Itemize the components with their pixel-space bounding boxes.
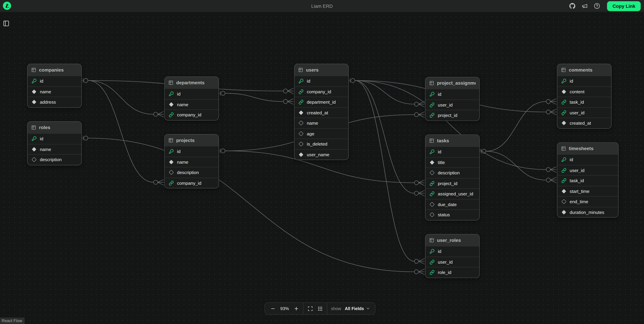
foreign-key-link-icon [562, 178, 566, 183]
column-row-project_assignments-id[interactable]: id [426, 89, 479, 99]
zoom-out-button[interactable] [270, 305, 276, 311]
column-name: name [177, 102, 188, 107]
table-node-project_assignments[interactable]: project_assignme...iduser_idproject_id [425, 77, 480, 121]
primary-key-icon [298, 79, 304, 84]
table-name: departments [176, 80, 204, 85]
table-node-companies[interactable]: companiesidnameaddress [27, 64, 82, 108]
column-row-tasks-description[interactable]: description [426, 168, 479, 178]
column-row-users-is_deleted[interactable]: is_deleted [294, 139, 348, 149]
column-row-timesheets-user_id[interactable]: user_id [557, 165, 618, 175]
column-row-projects-description[interactable]: description [165, 167, 218, 178]
foreign-key-link-icon [169, 112, 174, 117]
table-header[interactable]: user_roles [426, 234, 479, 246]
table-header[interactable]: roles [28, 122, 81, 133]
column-row-tasks-id[interactable]: id [426, 146, 479, 157]
column-row-tasks-assigned_user_id[interactable]: assigned_user_id [426, 189, 479, 199]
primary-key-icon [32, 79, 36, 84]
column-row-comments-task_id[interactable]: task_id [557, 97, 611, 107]
column-row-timesheets-id[interactable]: id [557, 154, 618, 165]
column-row-tasks-due_date[interactable]: due_date [426, 199, 479, 209]
column-row-projects-id[interactable]: id [165, 146, 218, 156]
column-row-roles-name[interactable]: name [28, 144, 81, 154]
column-row-comments-created_at[interactable]: created_at [557, 117, 611, 128]
table-header[interactable]: tasks [426, 135, 479, 146]
column-name: user_id [570, 168, 584, 173]
column-row-departments-id[interactable]: id [165, 88, 218, 99]
table-header[interactable]: departments [165, 77, 218, 88]
column-row-timesheets-start_time[interactable]: start_time [557, 186, 618, 196]
column-name: description [40, 157, 62, 162]
column-row-departments-company_id[interactable]: company_id [165, 109, 218, 120]
column-row-timesheets-duration_minutes[interactable]: duration_minutes [557, 207, 618, 217]
column-name: name [177, 159, 188, 164]
github-button[interactable] [569, 3, 576, 10]
foreign-key-link-icon [169, 181, 174, 185]
column-row-user_roles-role_id[interactable]: role_id [426, 267, 479, 277]
primary-key-icon [430, 92, 434, 97]
table-node-user_roles[interactable]: user_rolesiduser_idrole_id [425, 234, 480, 278]
liam-logo-button[interactable]: Ł [3, 2, 11, 10]
fit-view-icon [308, 306, 313, 311]
plus-icon [294, 306, 299, 311]
column-row-project_assignments-user_id[interactable]: user_id [426, 99, 479, 110]
column-row-projects-name[interactable]: name [165, 156, 218, 167]
feedback-button[interactable] [581, 3, 588, 10]
column-name: id [438, 149, 442, 154]
table-node-users[interactable]: usersidcompany_iddepartment_idcreated_at… [294, 64, 348, 160]
table-header[interactable]: projects [165, 134, 218, 146]
column-row-users-id[interactable]: id [294, 76, 348, 86]
column-row-tasks-status[interactable]: status [426, 209, 479, 220]
column-row-comments-user_id[interactable]: user_id [557, 107, 611, 118]
zoom-in-button[interactable] [293, 305, 299, 311]
column-row-comments-id[interactable]: id [557, 76, 611, 86]
show-fields-dropdown[interactable]: All Fields [345, 306, 370, 311]
column-row-roles-id[interactable]: id [28, 133, 81, 144]
help-button[interactable] [594, 3, 601, 10]
tidy-up-button[interactable] [317, 305, 323, 311]
panel-left-toggle-button[interactable] [2, 20, 10, 27]
nullable-diamond-icon [32, 157, 36, 162]
table-node-projects[interactable]: projectsidnamedescriptioncompany_id [164, 134, 219, 188]
column-row-companies-id[interactable]: id [28, 76, 81, 86]
table-header[interactable]: timesheets [557, 143, 618, 154]
table-header[interactable]: comments [557, 64, 611, 76]
column-row-timesheets-task_id[interactable]: task_id [557, 175, 618, 186]
fit-view-button[interactable] [307, 305, 313, 311]
column-row-companies-name[interactable]: name [28, 86, 81, 97]
table-node-roles[interactable]: rolesidnamedescription [27, 121, 82, 165]
table-node-comments[interactable]: commentsidcontenttask_iduser_idcreated_a… [557, 64, 612, 129]
column-name: description [438, 170, 460, 175]
table-header[interactable]: users [294, 64, 348, 76]
column-row-companies-address[interactable]: address [28, 97, 81, 107]
liam-logo-icon: Ł [5, 3, 9, 9]
table-node-timesheets[interactable]: timesheetsiduser_idtask_idstart_timeend_… [557, 142, 618, 218]
column-row-tasks-project_id[interactable]: project_id [426, 178, 479, 189]
table-node-departments[interactable]: departmentsidnamecompany_id [164, 77, 219, 120]
column-row-users-department_id[interactable]: department_id [294, 97, 348, 107]
column-row-roles-description[interactable]: description [28, 154, 81, 165]
column-row-timesheets-end_time[interactable]: end_time [557, 196, 618, 207]
column-row-project_assignments-project_id[interactable]: project_id [426, 110, 479, 120]
column-row-user_roles-id[interactable]: id [426, 246, 479, 256]
column-row-user_roles-user_id[interactable]: user_id [426, 256, 479, 267]
column-row-tasks-title[interactable]: title [426, 157, 479, 168]
table-name: companies [39, 68, 64, 72]
erd-canvas[interactable]: 93% show All Fields React Flow companies… [0, 12, 644, 324]
show-label: show [331, 306, 341, 311]
column-row-users-company_id[interactable]: company_id [294, 86, 348, 97]
table-node-tasks[interactable]: tasksidtitledescriptionproject_idassigne… [425, 134, 480, 220]
column-name: id [177, 91, 180, 96]
column-row-users-age[interactable]: age [294, 128, 348, 139]
column-row-departments-name[interactable]: name [165, 99, 218, 109]
column-row-comments-content[interactable]: content [557, 86, 611, 97]
column-row-users-created_at[interactable]: created_at [294, 107, 348, 118]
column-row-users-user_name[interactable]: user_name [294, 149, 348, 160]
copy-link-button[interactable]: Copy Link [607, 1, 641, 11]
column-row-users-name[interactable]: name [294, 117, 348, 128]
column-row-projects-company_id[interactable]: company_id [165, 178, 218, 188]
react-flow-attribution[interactable]: React Flow [0, 317, 25, 324]
table-header[interactable]: companies [28, 64, 81, 76]
foreign-key-link-icon [562, 110, 566, 115]
table-header[interactable]: project_assignme... [426, 77, 479, 89]
foreign-key-link-icon [562, 100, 566, 104]
